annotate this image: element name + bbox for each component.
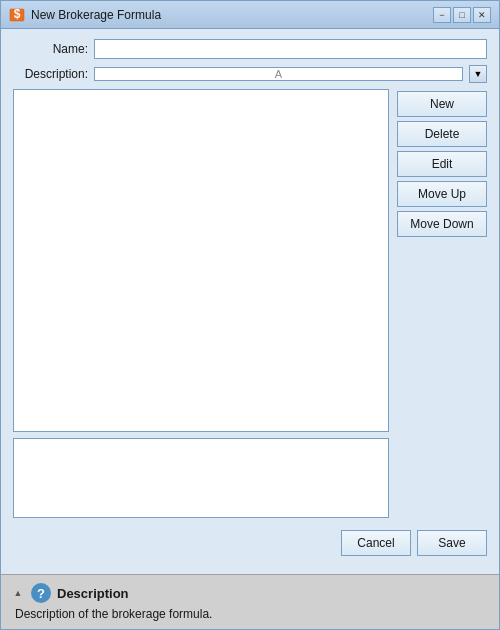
name-input[interactable] <box>94 39 487 59</box>
description-arrow[interactable]: ▼ <box>469 65 487 83</box>
save-button[interactable]: Save <box>417 530 487 556</box>
close-button[interactable]: ✕ <box>473 7 491 23</box>
help-icon: ? <box>31 583 51 603</box>
list-panels <box>13 89 389 518</box>
name-row: Name: <box>13 39 487 59</box>
new-button[interactable]: New <box>397 91 487 117</box>
main-window: $ New Brokerage Formula − □ ✕ Name: Desc… <box>0 0 500 630</box>
move-down-button[interactable]: Move Down <box>397 211 487 237</box>
move-up-button[interactable]: Move Up <box>397 181 487 207</box>
title-bar: $ New Brokerage Formula − □ ✕ <box>1 1 499 29</box>
main-section: New Delete Edit Move Up Move Down <box>13 89 487 518</box>
description-row: Description: A ▼ <box>13 65 487 83</box>
minimize-button[interactable]: − <box>433 7 451 23</box>
description-dropdown[interactable]: A <box>94 67 463 81</box>
help-section: ▲ ? Description Description of the broke… <box>1 574 499 629</box>
window-title: New Brokerage Formula <box>31 8 433 22</box>
cancel-button[interactable]: Cancel <box>341 530 411 556</box>
description-label: Description: <box>13 67 88 81</box>
content-area: Name: Description: A ▼ New Delete Edit M… <box>1 29 499 574</box>
svg-text:$: $ <box>14 7 21 21</box>
bottom-buttons: Cancel Save <box>13 524 487 564</box>
detail-list-box[interactable] <box>13 438 389 518</box>
main-list-box[interactable] <box>13 89 389 432</box>
help-header: ▲ ? Description <box>11 583 489 603</box>
help-title: Description <box>57 586 129 601</box>
edit-button[interactable]: Edit <box>397 151 487 177</box>
description-symbol: A <box>95 68 462 80</box>
help-toggle-button[interactable]: ▲ <box>11 586 25 600</box>
help-text: Description of the brokerage formula. <box>11 607 489 621</box>
name-label: Name: <box>13 42 88 56</box>
delete-button[interactable]: Delete <box>397 121 487 147</box>
buttons-panel: New Delete Edit Move Up Move Down <box>397 89 487 518</box>
restore-button[interactable]: □ <box>453 7 471 23</box>
window-icon: $ <box>9 7 25 23</box>
window-controls: − □ ✕ <box>433 7 491 23</box>
